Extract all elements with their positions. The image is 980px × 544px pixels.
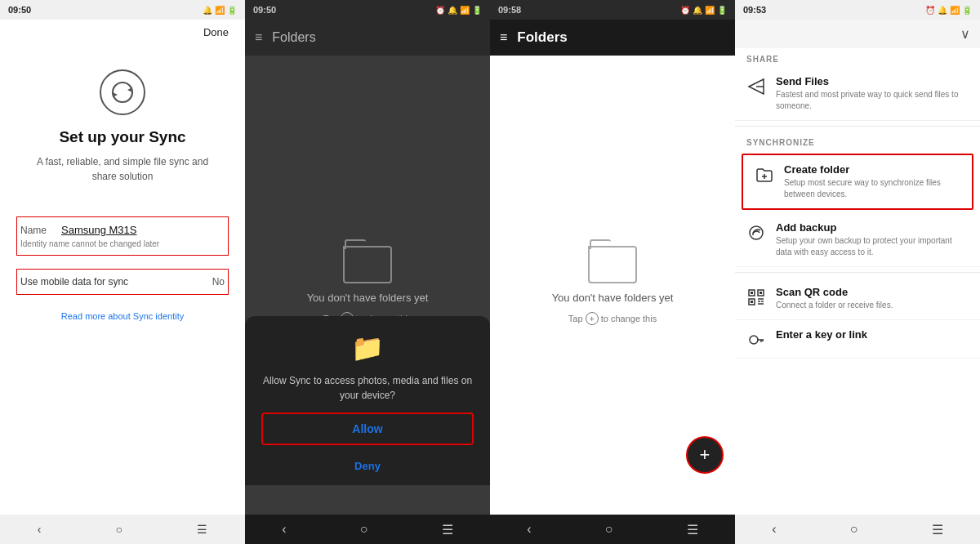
chevron-row: ∨ <box>735 20 980 48</box>
setup-body: Done Set up your Sync A fast, reliable, … <box>0 20 245 515</box>
name-value: Samsung M31S <box>61 224 137 236</box>
send-files-icon <box>746 77 766 96</box>
back-button-3[interactable]: ‹ <box>527 522 531 537</box>
add-backup-sub: Setup your own backup to protect your im… <box>776 235 969 258</box>
read-more-link[interactable]: Read more about Sync identity <box>16 311 229 321</box>
enter-key-text: Enter a key or link <box>776 328 867 341</box>
time-2: 09:50 <box>253 5 276 15</box>
share-section-label: SHARE <box>735 48 980 67</box>
bottom-nav-4: ‹ ○ ☰ <box>735 515 980 544</box>
svg-rect-11 <box>760 292 762 294</box>
create-folder-item[interactable]: Create folder Setup most secure way to s… <box>742 154 973 210</box>
folders-title-3: Folders <box>517 29 567 46</box>
back-button-4[interactable]: ‹ <box>772 522 776 537</box>
status-bar-3: 09:58 ⏰ 🔔 📶 🔋 <box>490 0 735 20</box>
enter-key-icon <box>746 330 766 350</box>
recents-button-1[interactable]: ☰ <box>197 523 207 536</box>
panel-menu: 09:53 ⏰ 🔔 📶 🔋 ∨ SHARE Send Files Fastest… <box>735 0 980 544</box>
bottom-nav-3: ‹ ○ ☰ <box>490 515 735 544</box>
scan-qr-icon <box>746 288 766 307</box>
perm-folder-icon: 📁 <box>351 332 384 363</box>
panel-folders-light: 09:58 ⏰ 🔔 📶 🔋 ≡ Folders You don't have f… <box>490 0 735 544</box>
empty-title-2: You don't have folders yet <box>307 292 429 304</box>
folder-outline-icon-3 <box>588 246 637 283</box>
bottom-nav-2: ‹ ○ ☰ <box>245 515 490 544</box>
add-backup-title: Add backup <box>776 221 969 234</box>
permission-dialog: 📁 Allow Sync to access photos, media and… <box>245 316 490 485</box>
menu-body: ∨ SHARE Send Files Fastest and most priv… <box>735 20 980 515</box>
folders-body-3: You don't have folders yet Tap + to chan… <box>490 56 735 515</box>
sync-icon <box>100 69 145 115</box>
send-files-text: Send Files Fastest and most private way … <box>776 75 969 112</box>
fab-button[interactable]: + <box>686 436 724 474</box>
add-backup-icon <box>746 223 766 243</box>
folders-body-2: You don't have folders yet Tap + to chan… <box>245 56 490 515</box>
home-button-4[interactable]: ○ <box>850 522 858 537</box>
empty-tap-3: Tap + to change this <box>568 312 657 325</box>
back-button-1[interactable]: ‹ <box>38 523 42 536</box>
time-3: 09:58 <box>498 5 521 15</box>
status-icons-3: ⏰ 🔔 📶 🔋 <box>680 6 727 15</box>
name-field-box: Name Samsung M31S Identity name cannot b… <box>16 216 229 256</box>
send-files-title: Send Files <box>776 75 969 87</box>
deny-button[interactable]: Deny <box>350 455 385 477</box>
empty-title-3: You don't have folders yet <box>552 292 674 304</box>
home-button-1[interactable]: ○ <box>116 523 122 536</box>
divider-1 <box>735 126 980 127</box>
svg-rect-10 <box>751 292 753 294</box>
svg-rect-12 <box>751 301 753 303</box>
svg-marker-1 <box>113 92 118 97</box>
setup-subtitle: A fast, reliable, and simple file sync a… <box>37 154 208 184</box>
create-folder-text: Create folder Setup most secure way to s… <box>784 163 960 200</box>
name-row: Name Samsung M31S <box>20 224 225 236</box>
mobile-value: No <box>212 276 225 288</box>
home-button-2[interactable]: ○ <box>360 522 368 537</box>
allow-button[interactable]: Allow <box>261 412 474 445</box>
appbar-2: ≡ Folders <box>245 20 490 56</box>
enter-key-item[interactable]: Enter a key or link <box>735 320 980 359</box>
folder-outline-icon-2 <box>343 246 392 283</box>
name-label: Name <box>20 225 53 236</box>
scan-qr-item[interactable]: Scan QR code Connect a folder or receive… <box>735 278 980 320</box>
done-button[interactable]: Done <box>203 26 229 38</box>
panel-folders-dark: 09:50 ⏰ 🔔 📶 🔋 ≡ Folders You don't have f… <box>245 0 490 544</box>
sync-section-label: SYNCHRONIZE <box>735 132 980 150</box>
send-files-sub: Fastest and most private way to quick se… <box>776 89 969 112</box>
perm-text: Allow Sync to access photos, media and f… <box>261 373 474 403</box>
mobile-data-row[interactable]: Use mobile data for sync No <box>16 269 229 295</box>
status-bar-4: 09:53 ⏰ 🔔 📶 🔋 <box>735 0 980 20</box>
hamburger-icon-3[interactable]: ≡ <box>500 30 507 45</box>
time-4: 09:53 <box>743 5 766 15</box>
svg-point-6 <box>750 226 763 239</box>
svg-point-17 <box>750 336 758 344</box>
time-1: 09:50 <box>8 5 31 15</box>
status-icons-1: 🔔 📶 🔋 <box>203 6 237 15</box>
back-button-2[interactable]: ‹ <box>282 522 286 537</box>
add-backup-text: Add backup Setup your own backup to prot… <box>776 221 969 258</box>
chevron-down-icon[interactable]: ∨ <box>960 26 970 42</box>
add-backup-item[interactable]: Add backup Setup your own backup to prot… <box>735 213 980 267</box>
scan-qr-sub: Connect a folder or receive files. <box>776 300 893 311</box>
create-folder-title: Create folder <box>784 163 960 176</box>
setup-title: Set up your Sync <box>59 128 185 146</box>
send-files-item[interactable]: Send Files Fastest and most private way … <box>735 67 980 121</box>
status-icons-2: ⏰ 🔔 📶 🔋 <box>435 6 482 15</box>
hamburger-icon-2[interactable]: ≡ <box>255 30 262 45</box>
top-bar: Done <box>16 20 229 45</box>
bottom-nav-1: ‹ ○ ☰ <box>0 515 245 544</box>
folders-title-2: Folders <box>272 30 315 45</box>
scan-qr-title: Scan QR code <box>776 286 893 298</box>
hero-section: Set up your Sync A fast, reliable, and s… <box>16 45 229 200</box>
create-folder-icon <box>755 165 774 185</box>
recents-button-4[interactable]: ☰ <box>932 522 943 537</box>
mobile-label: Use mobile data for sync <box>20 276 128 288</box>
panel-setup-sync: 09:50 🔔 📶 🔋 Done Set up your Sync A fast… <box>0 0 245 544</box>
svg-marker-0 <box>127 87 132 92</box>
recents-button-3[interactable]: ☰ <box>687 522 698 537</box>
recents-button-2[interactable]: ☰ <box>442 522 453 537</box>
create-folder-sub: Setup most secure way to synchronize fil… <box>784 177 960 200</box>
home-button-3[interactable]: ○ <box>605 522 613 537</box>
enter-key-title: Enter a key or link <box>776 328 867 341</box>
status-bar-1: 09:50 🔔 📶 🔋 <box>0 0 245 20</box>
name-hint: Identity name cannot be changed later <box>20 239 225 248</box>
